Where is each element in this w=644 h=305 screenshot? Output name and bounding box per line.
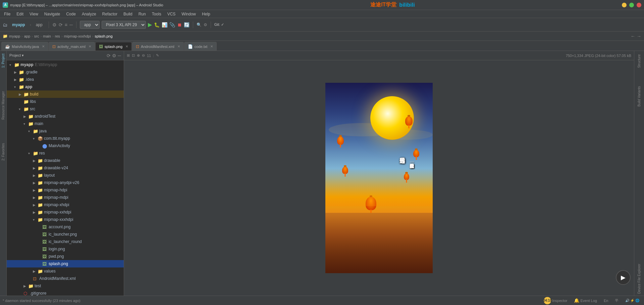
- tab-mainactivity-close[interactable]: ✕: [42, 45, 45, 48]
- image-view[interactable]: 你是遥远的明月 挂在每一个明月思念您的夜: [124, 60, 634, 296]
- maximize-button[interactable]: □: [629, 3, 634, 7]
- panel-structure[interactable]: Structure: [637, 52, 642, 70]
- tab-splash-close[interactable]: ✕: [125, 45, 128, 48]
- panel-resource-manager[interactable]: Resource Manager: [1, 90, 6, 121]
- tab-code-close[interactable]: ✕: [210, 45, 213, 48]
- menu-file[interactable]: File: [1, 11, 13, 17]
- menu-edit[interactable]: Edit: [14, 11, 26, 17]
- tree-item-gradle[interactable]: ▶ 📁 .gradle: [7, 68, 124, 76]
- tree-item-mipmap-hdpi[interactable]: ▶ 📁 mipmap-hdpi: [7, 186, 124, 194]
- tree-item-gitignore[interactable]: ⬡ .gitignore: [7, 290, 124, 296]
- tree-item-main[interactable]: ▾ 📁 main: [7, 120, 124, 127]
- breadcrumb-myapp[interactable]: myapp: [9, 34, 20, 38]
- sidebar-minimize-btn[interactable]: ─: [118, 53, 121, 58]
- tab-activity-main[interactable]: ⊡ activity_main.xml ✕: [49, 42, 95, 51]
- breadcrumb-app[interactable]: app: [24, 34, 30, 38]
- breadcrumb-mipmap[interactable]: mipmap-xxxhdpi: [64, 34, 91, 38]
- zoom-to-fit-icon[interactable]: ⊡: [132, 53, 135, 58]
- tree-item-myapp[interactable]: ▾ 📁 myapp E:\ttit\myapp: [7, 61, 124, 68]
- run-button[interactable]: ▶: [148, 21, 152, 28]
- tree-item-drawable-v24[interactable]: ▶ 📁 drawable-v24: [7, 164, 124, 172]
- breadcrumb-nav-back[interactable]: ←: [631, 34, 635, 39]
- menu-analyze[interactable]: Analyze: [79, 11, 99, 17]
- menu-navigate[interactable]: Navigate: [42, 11, 63, 17]
- close-button[interactable]: ✕: [637, 3, 641, 7]
- tree-item-mipmap-mdpi[interactable]: ▶ 📁 mipmap-mdpi: [7, 194, 124, 201]
- floating-video-btn[interactable]: ▶: [616, 270, 631, 285]
- tree-item-ic-launcher[interactable]: 🖼 ic_launcher.png: [7, 231, 124, 238]
- tree-item-mipmap-xhdpi[interactable]: ▶ 📁 mipmap-xhdpi: [7, 201, 124, 208]
- attach-button[interactable]: 📎: [169, 22, 175, 27]
- tree-item-build[interactable]: ▶ 📁 build: [7, 90, 124, 98]
- device-selector[interactable]: Pixel 3 XL API 29: [102, 21, 146, 29]
- tree-item-mainactivity[interactable]: ⬤ MainActivity: [7, 142, 124, 149]
- ime-selector[interactable]: 半: [613, 297, 621, 304]
- sidebar-settings-btn[interactable]: ⚙: [112, 53, 116, 58]
- tree-item-java[interactable]: ▾ 📁 java: [7, 127, 124, 135]
- tree-item-idea[interactable]: ▶ 📁 .idea: [7, 76, 124, 83]
- zoom-out-icon[interactable]: ⊖: [142, 53, 145, 58]
- sync-button[interactable]: 🔄: [184, 22, 190, 27]
- grid-icon[interactable]: ⊞: [127, 53, 130, 58]
- profile-button[interactable]: 📊: [162, 22, 167, 27]
- panel-device-file[interactable]: Device File Explorer: [637, 262, 642, 296]
- tree-item-mipmap-xxxhdpi[interactable]: ▾ 📁 mipmap-xxxhdpi: [7, 216, 124, 223]
- folder-icon-drawable-v24: 📁: [38, 166, 43, 171]
- tree-item-src[interactable]: ▾ 📁 src: [7, 105, 124, 113]
- tree-item-login[interactable]: 🖼 login.png: [7, 245, 124, 253]
- menu-build[interactable]: Build: [121, 11, 135, 17]
- panel-favorites[interactable]: 2: Favorites: [1, 142, 6, 162]
- tab-manifest-close[interactable]: ✕: [177, 45, 180, 48]
- tab-code[interactable]: 📄 code.txt ✕: [184, 42, 217, 51]
- menu-refactor[interactable]: Refactor: [100, 11, 120, 17]
- tree-item-layout[interactable]: ▶ 📁 layout: [7, 172, 124, 179]
- tab-mainactivity[interactable]: ☕ MainActivity.java ✕: [1, 42, 48, 51]
- panel-build-variants[interactable]: Build Variants: [637, 84, 642, 109]
- minimize-button[interactable]: ─: [622, 3, 627, 7]
- tree-item-pwd[interactable]: 🖼 pwd.png: [7, 253, 124, 260]
- menu-tools[interactable]: Tools: [149, 11, 164, 17]
- tree-item-app[interactable]: ▾ 📁 app: [7, 83, 124, 90]
- menu-vcs[interactable]: VCS: [165, 11, 178, 17]
- pencil-icon[interactable]: ✎: [156, 53, 159, 58]
- tree-item-res[interactable]: ▾ 📁 res: [7, 149, 124, 157]
- breadcrumb-res[interactable]: res: [55, 34, 60, 38]
- debug-button[interactable]: 🐛: [154, 22, 160, 27]
- tree-item-splash[interactable]: 🖼 splash.png: [7, 260, 124, 267]
- zoom-in-icon[interactable]: ⊕: [137, 53, 140, 58]
- menu-help[interactable]: Help: [199, 11, 213, 17]
- breadcrumb-main[interactable]: main: [43, 34, 51, 38]
- tree-path-myapp: E:\ttit\myapp: [35, 62, 57, 67]
- app-breadcrumb[interactable]: app: [33, 21, 45, 28]
- tab-manifest[interactable]: ⊡ AndroidManifest.xml ✕: [132, 42, 184, 51]
- menu-view[interactable]: View: [27, 11, 41, 17]
- breadcrumb-file[interactable]: splash.png: [95, 34, 112, 38]
- tree-item-libs[interactable]: 📁 libs: [7, 98, 124, 105]
- tab-splash[interactable]: 🖼 splash.png ✕: [95, 42, 132, 51]
- sidebar-sync-btn[interactable]: ⟳: [107, 53, 111, 58]
- tab-activity-close[interactable]: ✕: [89, 45, 91, 48]
- menu-code[interactable]: Code: [63, 11, 78, 17]
- event-log-button[interactable]: 🔔 Event Log: [572, 297, 599, 304]
- menu-window[interactable]: Window: [179, 11, 199, 17]
- tree-item-test[interactable]: ▶ 📁 test: [7, 282, 124, 290]
- search-btn[interactable]: 🔍: [197, 22, 202, 27]
- tree-item-androidtest[interactable]: ▶ 📁 androidTest: [7, 113, 124, 120]
- breadcrumb-src[interactable]: src: [34, 34, 39, 38]
- tree-item-account[interactable]: 🖼 account.png: [7, 223, 124, 231]
- tree-item-drawable[interactable]: ▶ 📁 drawable: [7, 157, 124, 164]
- stop-button[interactable]: ⏹: [177, 22, 182, 27]
- breadcrumb-nav-forward[interactable]: →: [637, 34, 641, 39]
- language-selector[interactable]: En: [602, 298, 610, 303]
- panel-project[interactable]: 1: Project: [1, 52, 6, 69]
- app-selector[interactable]: app: [80, 21, 100, 29]
- tree-item-values[interactable]: ▶ 📁 values: [7, 267, 124, 275]
- tree-item-androidmanifest[interactable]: ⊡ AndroidManifest.xml: [7, 275, 124, 282]
- menu-run[interactable]: Run: [136, 11, 149, 17]
- tree-item-package[interactable]: ▾ 📦 com.ttit.myapp: [7, 135, 124, 142]
- tree-item-ic-launcher-round[interactable]: 🖼 ic_launcher_round: [7, 238, 124, 245]
- tree-item-mipmap-anydpi[interactable]: ▶ 📁 mipmap-anydpi-v26: [7, 179, 124, 186]
- settings-btn[interactable]: ⚙: [204, 22, 207, 27]
- tree-item-mipmap-xxhdpi[interactable]: ▶ 📁 mipmap-xxhdpi: [7, 208, 124, 216]
- inspector-button[interactable]: 04:10 Inspector: [542, 296, 569, 305]
